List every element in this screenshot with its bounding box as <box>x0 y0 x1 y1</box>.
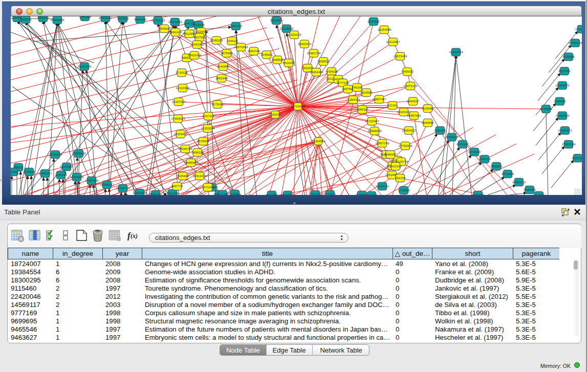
svg-text:(x): (x) <box>130 232 138 239</box>
svg-text:19654923: 19654923 <box>402 128 416 132</box>
svg-text:8812345: 8812345 <box>166 191 179 195</box>
svg-text:17359928: 17359928 <box>72 151 86 155</box>
svg-text:9245652: 9245652 <box>524 188 536 191</box>
svg-text:1244415: 1244415 <box>554 99 566 103</box>
svg-text:11353594: 11353594 <box>201 126 215 130</box>
svg-text:20206556: 20206556 <box>48 152 62 156</box>
svg-text:9084067: 9084067 <box>384 152 397 156</box>
svg-text:9312345: 9312345 <box>216 192 229 195</box>
svg-text:7485003: 7485003 <box>401 70 413 73</box>
svg-text:19756928: 19756928 <box>398 144 412 147</box>
svg-text:9777169: 9777169 <box>337 81 349 84</box>
svg-text:19218506: 19218506 <box>279 27 294 30</box>
svg-text:9463627: 9463627 <box>407 99 419 103</box>
svg-text:10025433: 10025433 <box>397 110 411 114</box>
svg-text:19384554: 19384554 <box>311 139 325 143</box>
svg-text:12505135: 12505135 <box>70 175 84 179</box>
svg-text:1640951: 1640951 <box>434 128 446 132</box>
svg-text:8267115: 8267115 <box>202 114 214 118</box>
svg-text:4170061: 4170061 <box>211 102 224 106</box>
svg-text:18724007: 18724007 <box>291 104 305 108</box>
svg-text:8454749: 8454749 <box>248 49 260 53</box>
svg-text:18640910: 18640910 <box>297 42 312 46</box>
svg-text:8322037: 8322037 <box>282 61 295 64</box>
svg-text:15751074: 15751074 <box>568 41 582 45</box>
svg-text:7123341: 7123341 <box>229 192 241 195</box>
svg-text:12213967: 12213967 <box>386 40 400 43</box>
svg-text:20053346: 20053346 <box>77 64 92 68</box>
svg-text:8512361: 8512361 <box>266 193 278 195</box>
svg-text:17957225: 17957225 <box>84 179 99 182</box>
svg-text:8813054: 8813054 <box>270 18 282 22</box>
svg-text:1733426: 1733426 <box>398 188 410 192</box>
svg-text:10653287: 10653287 <box>98 16 113 19</box>
svg-text:10782759: 10782759 <box>116 186 130 190</box>
svg-text:23420046: 23420046 <box>187 53 202 57</box>
svg-text:7986322: 7986322 <box>356 107 368 111</box>
svg-text:16648784: 16648784 <box>449 50 463 54</box>
svg-text:12942757: 12942757 <box>38 171 52 175</box>
svg-text:6966160: 6966160 <box>134 17 146 21</box>
svg-text:19166825: 19166825 <box>173 132 188 136</box>
svg-text:9660124: 9660124 <box>169 30 182 34</box>
svg-text:2069140: 2069140 <box>37 16 49 19</box>
svg-text:6479197: 6479197 <box>456 142 469 146</box>
svg-text:5578334: 5578334 <box>197 139 209 143</box>
svg-text:14136141: 14136141 <box>375 184 389 188</box>
svg-text:12975125: 12975125 <box>403 84 418 87</box>
svg-text:25300255: 25300255 <box>268 113 282 116</box>
svg-text:8451211: 8451211 <box>472 193 484 195</box>
svg-text:10807487: 10807487 <box>372 97 386 101</box>
svg-text:9912332: 9912332 <box>281 193 294 195</box>
svg-text:8215958: 8215958 <box>540 107 552 111</box>
svg-text:16914479: 16914479 <box>192 174 207 178</box>
svg-text:2718126: 2718126 <box>176 71 188 74</box>
svg-text:7955812: 7955812 <box>317 59 330 63</box>
svg-text:1615132: 1615132 <box>389 164 402 168</box>
svg-text:12213383: 12213383 <box>176 86 190 90</box>
svg-text:10046766: 10046766 <box>178 147 192 150</box>
svg-text:9146821: 9146821 <box>260 53 273 56</box>
svg-text:17654923: 17654923 <box>171 117 185 120</box>
svg-text:1527602: 1527602 <box>117 16 129 20</box>
svg-text:10688609: 10688609 <box>367 129 382 133</box>
svg-text:11123411: 11123411 <box>575 27 582 31</box>
svg-text:7341122: 7341122 <box>365 193 378 195</box>
svg-text:10975887: 10975887 <box>59 165 74 168</box>
svg-text:5498222: 5498222 <box>191 150 204 154</box>
svg-text:9451123: 9451123 <box>149 192 162 195</box>
svg-text:3875685: 3875685 <box>221 51 233 55</box>
svg-text:16961758: 16961758 <box>307 51 321 55</box>
svg-text:6794028: 6794028 <box>325 70 338 73</box>
svg-text:54099489: 54099489 <box>184 161 198 164</box>
svg-text:252254: 252254 <box>395 176 406 180</box>
svg-text:7663822: 7663822 <box>158 27 170 30</box>
svg-text:12093872: 12093872 <box>555 83 570 87</box>
svg-text:9699695: 9699695 <box>422 121 434 124</box>
svg-text:10973493: 10973493 <box>393 54 407 58</box>
svg-text:16671355: 16671355 <box>168 20 182 24</box>
svg-text:1571643: 1571643 <box>202 185 214 189</box>
svg-text:7832621: 7832621 <box>490 164 503 168</box>
svg-text:9474444: 9474444 <box>468 150 481 154</box>
svg-text:18807249: 18807249 <box>375 141 389 145</box>
svg-text:391591: 391591 <box>11 170 19 173</box>
svg-text:1588520: 1588520 <box>271 58 284 61</box>
svg-text:7357224: 7357224 <box>230 24 242 28</box>
svg-text:1065328: 1065328 <box>79 16 91 18</box>
svg-text:7751234: 7751234 <box>309 192 321 195</box>
svg-text:2935114: 2935114 <box>478 157 491 161</box>
svg-text:2803144: 2803144 <box>215 76 228 80</box>
svg-text:2687682: 2687682 <box>367 19 380 23</box>
svg-text:19904483: 19904483 <box>309 70 323 74</box>
svg-text:1167531: 1167531 <box>572 156 582 160</box>
svg-text:154612: 154612 <box>227 39 237 42</box>
svg-text:9329966: 9329966 <box>562 55 575 58</box>
svg-text:16210643: 16210643 <box>555 114 570 117</box>
svg-text:15720407: 15720407 <box>365 119 379 123</box>
svg-text:10958107: 10958107 <box>100 183 114 186</box>
svg-text:9327505: 9327505 <box>193 35 206 39</box>
svg-text:16543362: 16543362 <box>190 42 204 46</box>
svg-text:15692971: 15692971 <box>558 128 572 132</box>
svg-text:7625402: 7625402 <box>177 174 189 178</box>
